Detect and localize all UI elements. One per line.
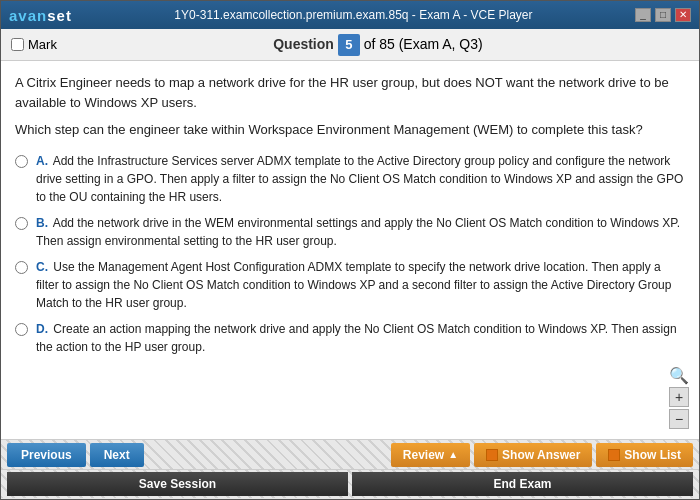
question-text: Question	[273, 36, 334, 52]
content-area: A Citrix Engineer needs to map a network…	[1, 61, 699, 439]
zoom-out-button[interactable]: −	[669, 409, 689, 429]
question-label: Question 5 of 85 (Exam A, Q3)	[273, 34, 483, 56]
title-bar: avanset 1Y0-311.examcollection.premium.e…	[1, 1, 699, 29]
question-number: 5	[338, 34, 360, 56]
nav-row: Previous Next Review ▲ Show Answer Show …	[1, 440, 699, 470]
search-icon[interactable]: 🔍	[669, 366, 689, 385]
show-list-label: Show List	[624, 448, 681, 462]
option-d-radio[interactable]	[15, 323, 28, 336]
mark-checkbox[interactable]	[11, 38, 24, 51]
close-button[interactable]: ✕	[675, 8, 691, 22]
show-answer-icon	[486, 449, 498, 461]
previous-button[interactable]: Previous	[7, 443, 86, 467]
header-bar: Mark Question 5 of 85 (Exam A, Q3)	[1, 29, 699, 61]
option-b: B. Add the network drive in the WEM envi…	[15, 214, 685, 250]
app-window: avanset 1Y0-311.examcollection.premium.e…	[0, 0, 700, 500]
option-b-text: B. Add the network drive in the WEM envi…	[36, 214, 685, 250]
minimize-button[interactable]: _	[635, 8, 651, 22]
zoom-controls: 🔍 + −	[669, 366, 689, 429]
title-bar-left: avanset	[9, 7, 72, 24]
window-controls: _ □ ✕	[635, 8, 691, 22]
mark-label: Mark	[28, 37, 57, 52]
review-arrow-icon: ▲	[448, 449, 458, 460]
end-exam-button[interactable]: End Exam	[352, 472, 693, 496]
show-list-icon	[608, 449, 620, 461]
next-button[interactable]: Next	[90, 443, 144, 467]
review-label: Review	[403, 448, 444, 462]
option-c-text: C. Use the Management Agent Host Configu…	[36, 258, 685, 312]
zoom-in-button[interactable]: +	[669, 387, 689, 407]
option-a: A. Add the Infrastructure Services serve…	[15, 152, 685, 206]
question-task: Which step can the engineer take within …	[15, 120, 685, 140]
option-c: C. Use the Management Agent Host Configu…	[15, 258, 685, 312]
option-d: D. Create an action mapping the network …	[15, 320, 685, 356]
option-a-radio[interactable]	[15, 155, 28, 168]
save-session-button[interactable]: Save Session	[7, 472, 348, 496]
question-context: A Citrix Engineer needs to map a network…	[15, 73, 685, 112]
option-a-text: A. Add the Infrastructure Services serve…	[36, 152, 685, 206]
logo: avanset	[9, 7, 72, 24]
option-d-text: D. Create an action mapping the network …	[36, 320, 685, 356]
show-answer-label: Show Answer	[502, 448, 580, 462]
review-button[interactable]: Review ▲	[391, 443, 470, 467]
show-answer-button[interactable]: Show Answer	[474, 443, 592, 467]
option-b-radio[interactable]	[15, 217, 28, 230]
option-c-radio[interactable]	[15, 261, 28, 274]
action-row: Save Session End Exam	[1, 470, 699, 498]
question-total: of 85 (Exam A, Q3)	[364, 36, 483, 52]
bottom-bar: Previous Next Review ▲ Show Answer Show …	[1, 439, 699, 499]
maximize-button[interactable]: □	[655, 8, 671, 22]
options-list: A. Add the Infrastructure Services serve…	[15, 152, 685, 356]
show-list-button[interactable]: Show List	[596, 443, 693, 467]
app-title: 1Y0-311.examcollection.premium.exam.85q …	[174, 8, 532, 22]
mark-container: Mark	[11, 37, 57, 52]
